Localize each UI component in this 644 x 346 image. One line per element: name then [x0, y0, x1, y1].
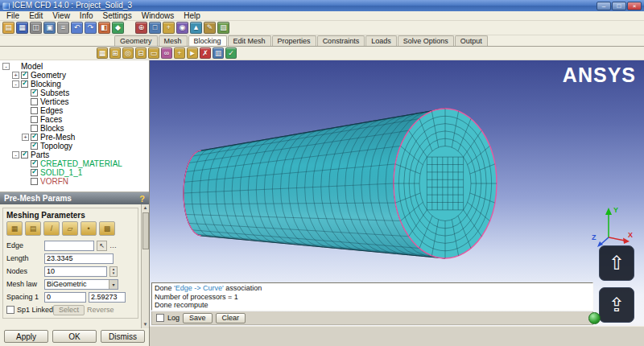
- tab-solve-options[interactable]: Solve Options: [398, 35, 454, 46]
- undo-icon[interactable]: ↶: [71, 22, 83, 34]
- tree-item-parts[interactable]: Parts: [0, 150, 149, 159]
- minimize-button[interactable]: –: [597, 2, 611, 10]
- maximize-button[interactable]: □: [612, 2, 626, 10]
- tree-item-vertices[interactable]: Vertices: [0, 97, 149, 106]
- tab-edit-mesh[interactable]: Edit Mesh: [228, 35, 271, 46]
- open-project-icon[interactable]: ▤: [2, 22, 14, 34]
- visibility-checkbox[interactable]: [21, 151, 28, 159]
- menu-file[interactable]: File: [2, 11, 24, 21]
- tree-item-edges[interactable]: Edges: [0, 106, 149, 115]
- edit-block-icon[interactable]: ▭: [148, 47, 159, 59]
- mesh-curve-icon[interactable]: /: [43, 221, 60, 236]
- save-project-icon[interactable]: ▦: [16, 22, 28, 34]
- edge-input[interactable]: [44, 241, 94, 251]
- print-icon[interactable]: ≡: [57, 22, 69, 34]
- tab-output[interactable]: Output: [455, 35, 488, 46]
- screen-layout-icon[interactable]: ▣: [43, 22, 56, 34]
- mesh-density-icon[interactable]: ▩: [99, 221, 115, 236]
- green-status-icon[interactable]: [588, 312, 601, 324]
- mesh-edge-icon[interactable]: ▱: [62, 221, 78, 236]
- split-block-icon[interactable]: ⊞: [109, 47, 121, 59]
- tree-item-pre-mesh[interactable]: Pre-Mesh: [0, 133, 149, 142]
- visibility-checkbox[interactable]: [31, 98, 38, 105]
- save-geometry-icon[interactable]: ◆: [112, 22, 124, 34]
- visibility-checkbox[interactable]: [31, 89, 38, 97]
- delete-block-icon[interactable]: ✗: [200, 47, 211, 59]
- dropdown-arrow-icon[interactable]: ▾: [109, 280, 118, 289]
- move-vertex-icon[interactable]: +: [174, 47, 185, 59]
- box-zoom-icon[interactable]: □: [149, 22, 161, 34]
- tab-geometry[interactable]: Geometry: [114, 35, 158, 46]
- menu-settings[interactable]: Settings: [98, 11, 137, 21]
- close-button[interactable]: ×: [627, 2, 642, 10]
- pick-edge-icon[interactable]: ↖: [97, 241, 107, 251]
- spin-down-icon[interactable]: ▾: [110, 271, 117, 276]
- merge-blocks-icon[interactable]: ⊟: [135, 47, 147, 59]
- create-block-icon[interactable]: ▦: [97, 47, 108, 59]
- menu-windows[interactable]: Windows: [137, 11, 180, 21]
- visibility-checkbox[interactable]: [31, 134, 38, 141]
- expander-icon[interactable]: [12, 151, 19, 159]
- params-scrollbar[interactable]: ▲ ▼: [141, 204, 149, 328]
- redo-icon[interactable]: ↷: [85, 22, 97, 34]
- visibility-checkbox[interactable]: [21, 80, 28, 88]
- visibility-checkbox[interactable]: [31, 178, 38, 185]
- more-options-icon[interactable]: …: [109, 241, 117, 249]
- transform-blocks-icon[interactable]: ►: [187, 47, 198, 59]
- mesh-law-select[interactable]: BiGeometric ▾: [44, 279, 118, 290]
- fit-window-icon[interactable]: ⊕: [135, 22, 147, 34]
- expander-icon[interactable]: [12, 80, 19, 88]
- menu-info[interactable]: Info: [75, 11, 98, 21]
- sp1-linked-checkbox[interactable]: [6, 306, 14, 314]
- mesh-vertex-icon[interactable]: •: [80, 221, 97, 236]
- ok-button[interactable]: OK: [52, 330, 97, 343]
- visibility-checkbox[interactable]: [21, 72, 28, 79]
- nodes-input[interactable]: [44, 266, 107, 277]
- close-project-icon[interactable]: ◫: [30, 22, 42, 34]
- menu-help[interactable]: Help: [179, 11, 205, 21]
- reverse-label[interactable]: Reverse: [87, 306, 114, 314]
- tree-item-blocks[interactable]: Blocks: [0, 124, 149, 133]
- tree-item-subsets[interactable]: Subsets: [0, 89, 149, 97]
- check-blocks-icon[interactable]: ✓: [225, 47, 237, 59]
- menu-view[interactable]: View: [47, 11, 75, 21]
- apply-button[interactable]: Apply: [4, 330, 48, 343]
- tab-loads[interactable]: Loads: [365, 35, 397, 46]
- open-geometry-icon[interactable]: ◧: [98, 22, 110, 34]
- selection-icon[interactable]: ▲: [190, 22, 202, 34]
- scrollbar-thumb[interactable]: [142, 212, 149, 249]
- cut-plane-icon[interactable]: ▧: [217, 22, 229, 34]
- menu-edit[interactable]: Edit: [24, 11, 47, 21]
- spacing1-input[interactable]: [44, 292, 86, 303]
- tree-item-vorfn[interactable]: VORFN: [0, 177, 149, 186]
- premesh-quality-icon[interactable]: ▥: [213, 47, 224, 59]
- tree-item-created-material[interactable]: CREATED_MATERIAL: [0, 159, 149, 168]
- visibility-checkbox[interactable]: [31, 160, 38, 167]
- expander-icon[interactable]: [22, 134, 29, 141]
- tree-item-solid-1-1[interactable]: SOLID_1_1: [0, 168, 149, 177]
- ogrid-block-icon[interactable]: ◎: [122, 47, 134, 59]
- visibility-checkbox[interactable]: [31, 142, 38, 150]
- overlay-arrow-button-bottom[interactable]: ⇪: [599, 287, 634, 323]
- tree-item-faces[interactable]: Faces: [0, 115, 149, 124]
- select-button[interactable]: Select: [53, 305, 85, 315]
- local-coord-icon[interactable]: ◉: [176, 22, 188, 34]
- mesh-surface-icon[interactable]: ▤: [25, 221, 41, 236]
- tab-constraints[interactable]: Constraints: [317, 35, 365, 46]
- scroll-up-icon[interactable]: ▲: [143, 204, 148, 212]
- associate-icon[interactable]: ∞: [161, 47, 172, 59]
- visibility-checkbox[interactable]: [31, 107, 38, 114]
- log-checkbox[interactable]: [156, 314, 164, 322]
- overlay-arrow-button-top[interactable]: ⇧: [599, 245, 634, 281]
- tab-mesh[interactable]: Mesh: [159, 35, 188, 46]
- tab-properties[interactable]: Properties: [272, 35, 316, 46]
- visibility-checkbox[interactable]: [31, 125, 38, 132]
- nodes-spinner[interactable]: ▴ ▾: [109, 266, 118, 277]
- dismiss-button[interactable]: Dismiss: [101, 330, 145, 343]
- visibility-checkbox[interactable]: [31, 169, 38, 176]
- expander-icon[interactable]: [12, 72, 19, 79]
- tree-item-blocking[interactable]: Blocking: [0, 80, 149, 89]
- clear-log-button[interactable]: Clear: [216, 313, 246, 323]
- annotation-icon[interactable]: ✎: [204, 22, 216, 34]
- viewport[interactable]: ANSYS Y X Z ⇧ ⇪ Done 'Edge -> Curve' ass…: [150, 60, 644, 346]
